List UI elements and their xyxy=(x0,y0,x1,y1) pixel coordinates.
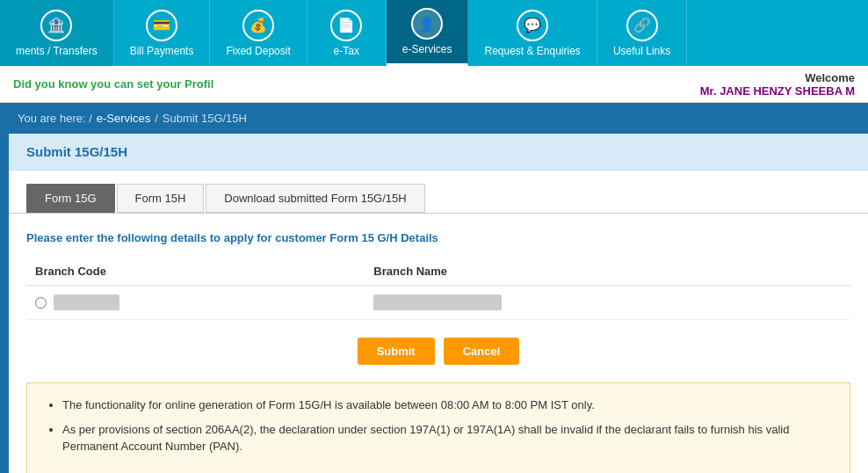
form-title: Submit 15G/15H xyxy=(9,134,868,171)
e-services-icon: 👤 xyxy=(411,8,443,40)
btn-row: Submit Cancel xyxy=(26,338,850,365)
tab-form15h[interactable]: Form 15H xyxy=(117,184,205,213)
branch-code-value: ███ ████ xyxy=(54,295,119,310)
nav-label-request-enquiries: Request & Enquiries xyxy=(484,45,580,57)
payments-icon: 🏦 xyxy=(40,10,72,41)
request-icon: 💬 xyxy=(517,10,548,41)
fixed-deposit-icon: 💰 xyxy=(242,10,274,41)
info-bar: Did you know you can set your Profil Wel… xyxy=(0,66,868,103)
branch-name-value: ████ ███████ ████ xyxy=(373,295,502,310)
branch-code-cell: ███ ████ xyxy=(26,286,365,320)
notice-box: The functionality for online generation … xyxy=(26,382,850,473)
notice-item-2: As per provisions of section 206AA(2), t… xyxy=(62,421,832,455)
nav-item-e-tax[interactable]: 📄 e-Tax xyxy=(307,0,387,66)
nav-label-payments: ments / Transfers xyxy=(16,45,98,57)
table-row: ███ ████ ████ ███████ ████ xyxy=(26,286,850,320)
breadcrumb-separator: / xyxy=(155,112,158,125)
branch-radio[interactable] xyxy=(35,297,47,309)
nav-item-fixed-deposit[interactable]: 💰 Fixed Deposit xyxy=(210,0,307,66)
welcome-label: Welcome xyxy=(700,71,855,84)
breadcrumb-link-eservices[interactable]: e-Services xyxy=(97,112,150,125)
welcome-box: Welcome Mr. JANE HENZY SHEEBA M xyxy=(700,71,855,98)
nav-label-useful-links: Useful Links xyxy=(613,45,670,57)
col-branch-code: Branch Code xyxy=(26,258,365,286)
main-content: Submit 15G/15H Form 15G Form 15H Downloa… xyxy=(5,134,868,473)
top-nav: 🏦 ments / Transfers 💳 Bill Payments 💰 Fi… xyxy=(0,0,868,66)
breadcrumb-current: Submit 15G/15H xyxy=(163,112,247,125)
form-area: Please enter the following details to ap… xyxy=(9,214,868,473)
nav-label-e-services: e-Services xyxy=(402,43,452,55)
breadcrumb: You are here: / e-Services / Submit 15G/… xyxy=(0,103,868,134)
nav-item-request-enquiries[interactable]: 💬 Request & Enquiries xyxy=(468,0,597,66)
nav-label-fixed-deposit: Fixed Deposit xyxy=(226,45,290,57)
tabs: Form 15G Form 15H Download submitted For… xyxy=(9,171,868,214)
marquee-text: Did you know you can set your Profil xyxy=(13,77,213,91)
cancel-button[interactable]: Cancel xyxy=(444,338,520,365)
bill-payments-icon: 💳 xyxy=(146,10,177,41)
content-wrapper: Submit 15G/15H Form 15G Form 15H Downloa… xyxy=(5,134,868,473)
breadcrumb-prefix: You are here: / xyxy=(18,112,92,125)
nav-label-bill-payments: Bill Payments xyxy=(130,45,194,57)
submit-button[interactable]: Submit xyxy=(358,338,435,365)
branch-code-content: ███ ████ xyxy=(35,295,356,310)
nav-label-e-tax: e-Tax xyxy=(334,45,359,57)
nav-item-e-services[interactable]: 👤 e-Services xyxy=(387,0,469,66)
nav-item-useful-links[interactable]: 🔗 Useful Links xyxy=(597,0,687,66)
useful-links-icon: 🔗 xyxy=(626,10,658,41)
nav-item-bill-payments[interactable]: 💳 Bill Payments xyxy=(114,0,211,66)
col-branch-name: Branch Name xyxy=(365,258,850,286)
tab-form15g[interactable]: Form 15G xyxy=(26,184,115,213)
notice-list: The functionality for online generation … xyxy=(45,397,832,455)
branch-table: Branch Code Branch Name ███ ████ xyxy=(26,258,850,320)
e-tax-icon: 📄 xyxy=(330,10,362,41)
nav-item-payments[interactable]: 🏦 ments / Transfers xyxy=(0,0,114,66)
user-name: Mr. JANE HENZY SHEEBA M xyxy=(700,84,855,98)
form-instruction: Please enter the following details to ap… xyxy=(26,231,850,244)
tab-download[interactable]: Download submitted Form 15G/15H xyxy=(206,184,424,213)
page-wrapper: Submit 15G/15H Form 15G Form 15H Downloa… xyxy=(0,134,868,473)
branch-name-cell: ████ ███████ ████ xyxy=(365,286,850,320)
notice-item-1: The functionality for online generation … xyxy=(62,397,832,414)
